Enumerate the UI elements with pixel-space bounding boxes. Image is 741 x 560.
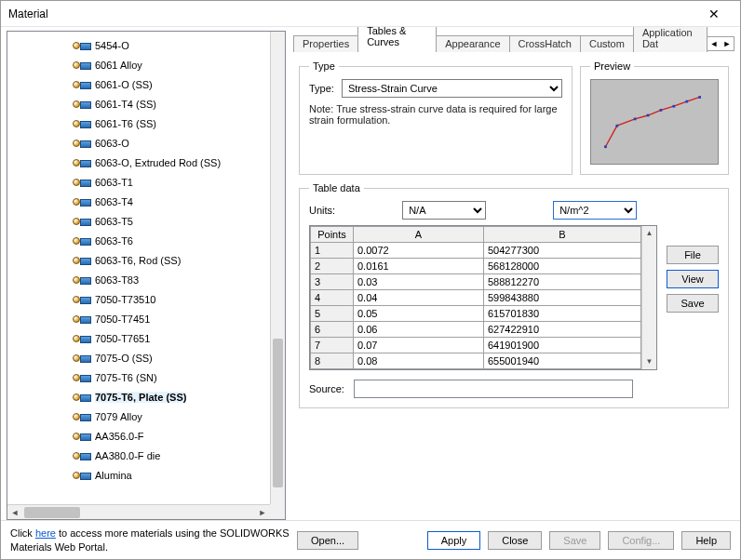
table-row[interactable]: 40.04599843880: [311, 290, 641, 306]
cell-a[interactable]: 0.0072: [354, 243, 484, 259]
tree-item[interactable]: 6063-T6: [9, 231, 283, 250]
units-a-select[interactable]: N/A: [402, 201, 486, 220]
window-title: Material: [8, 7, 695, 20]
open-button[interactable]: Open...: [297, 531, 358, 550]
cell-b[interactable]: 641901900: [484, 338, 641, 353]
table-row[interactable]: 70.07641901900: [311, 338, 641, 353]
table-row[interactable]: 80.08655001940: [311, 353, 641, 369]
cell-b[interactable]: 588812270: [484, 274, 641, 290]
save-button: Save: [549, 531, 600, 550]
file-button[interactable]: File: [667, 246, 719, 264]
svg-rect-2: [634, 118, 637, 121]
cell-a[interactable]: 0.08: [354, 353, 484, 369]
tab-properties[interactable]: Properties: [293, 35, 358, 52]
tab-nav-left-icon[interactable]: ◄: [707, 37, 721, 50]
web-portal-link[interactable]: here: [35, 527, 56, 539]
tab-application-dat[interactable]: Application Dat: [633, 27, 707, 52]
svg-rect-6: [685, 100, 688, 103]
material-tree[interactable]: 5454-O6061 Alloy6061-O (SS)6061-T4 (SS)6…: [7, 31, 286, 520]
tree-item[interactable]: 6061-O (SS): [9, 74, 283, 94]
tree-item[interactable]: 7075-T6 (SN): [9, 367, 283, 387]
tree-item[interactable]: 7050-T7451: [9, 309, 283, 328]
tree-item[interactable]: 6061 Alloy: [9, 55, 283, 74]
cell-a[interactable]: 0.0161: [354, 259, 484, 274]
table-row[interactable]: 30.03588812270: [311, 274, 641, 290]
tree-item[interactable]: Alumina: [9, 465, 283, 485]
col-points[interactable]: Points: [311, 227, 354, 243]
row-index: 6: [311, 322, 354, 338]
tree-item[interactable]: 6061-T6 (SS): [9, 113, 283, 133]
tree-item[interactable]: 6063-T83: [9, 270, 283, 289]
cell-a[interactable]: 0.03: [354, 274, 484, 290]
material-icon: [73, 411, 91, 422]
tab-nav-right-icon[interactable]: ►: [721, 37, 734, 50]
close-icon[interactable]: ✕: [695, 7, 733, 21]
col-a[interactable]: A: [354, 227, 484, 243]
svg-rect-3: [647, 114, 650, 117]
tree-item-label: 6063-T4: [95, 196, 133, 207]
scroll-up-icon[interactable]: ▲: [642, 226, 656, 241]
table-row[interactable]: 10.0072504277300: [311, 243, 641, 259]
svg-rect-5: [672, 105, 675, 108]
material-icon: [73, 470, 91, 481]
tree-item-label: 5454-O: [95, 40, 129, 51]
tree-item-label: 6063-T5: [95, 216, 133, 227]
tab-tables-curves[interactable]: Tables & Curves: [357, 27, 437, 51]
source-input[interactable]: [354, 380, 633, 398]
col-b[interactable]: B: [484, 227, 641, 243]
tree-item[interactable]: 7079 Alloy: [9, 407, 283, 426]
tree-item[interactable]: 6063-O, Extruded Rod (SS): [9, 153, 283, 172]
data-grid[interactable]: Points A B 10.007250427730020.0161568128…: [309, 225, 657, 370]
tree-item[interactable]: 7075-O (SS): [9, 348, 283, 367]
table-row[interactable]: 50.05615701830: [311, 306, 641, 322]
tree-item[interactable]: 6063-T1: [9, 172, 283, 192]
cell-a[interactable]: 0.06: [354, 322, 484, 338]
tree-item[interactable]: 7075-T6, Plate (SS): [9, 387, 283, 407]
tab-custom[interactable]: Custom: [580, 35, 634, 52]
units-b-select[interactable]: N/m^2: [553, 201, 637, 220]
tree-item-label: 6063-O: [95, 138, 129, 149]
tree-item[interactable]: 7050-T73510: [9, 289, 283, 309]
cell-b[interactable]: 655001940: [484, 353, 641, 369]
table-row[interactable]: 60.06627422910: [311, 322, 641, 338]
grid-scrollbar[interactable]: ▲ ▼: [641, 226, 656, 369]
tree-item[interactable]: AA356.0-F: [9, 426, 283, 446]
cell-a[interactable]: 0.05: [354, 306, 484, 322]
cell-b[interactable]: 627422910: [484, 322, 641, 338]
cell-b[interactable]: 568128000: [484, 259, 641, 274]
table-legend: Table data: [309, 182, 364, 193]
tree-horizontal-scrollbar[interactable]: ◄ ►: [7, 504, 270, 519]
tree-vertical-scrollbar[interactable]: [270, 32, 285, 504]
tree-item[interactable]: 5454-O: [9, 35, 283, 55]
apply-button[interactable]: Apply: [427, 531, 481, 550]
tree-item[interactable]: 6061-T4 (SS): [9, 94, 283, 113]
tree-item[interactable]: AA380.0-F die: [9, 446, 283, 465]
cell-b[interactable]: 599843880: [484, 290, 641, 306]
curve-type-select[interactable]: Stress-Strain Curve: [342, 79, 562, 98]
cell-a[interactable]: 0.07: [354, 338, 484, 353]
row-index: 2: [311, 259, 354, 274]
table-row[interactable]: 20.0161568128000: [311, 259, 641, 274]
tab-appearance[interactable]: Appearance: [436, 35, 509, 52]
cell-b[interactable]: 615701830: [484, 306, 641, 322]
scroll-down-icon[interactable]: ▼: [642, 354, 656, 369]
tab-crosshatch[interactable]: CrossHatch: [509, 35, 581, 52]
scroll-left-icon[interactable]: ◄: [7, 508, 22, 517]
tree-item[interactable]: 6063-O: [9, 133, 283, 153]
cell-b[interactable]: 504277300: [484, 243, 641, 259]
view-button[interactable]: View: [667, 270, 719, 288]
tree-item[interactable]: 7050-T7651: [9, 328, 283, 348]
close-button[interactable]: Close: [488, 531, 542, 550]
type-legend: Type: [309, 60, 339, 72]
tree-item-label: 6063-T6: [95, 235, 133, 247]
tree-item[interactable]: 6063-T4: [9, 192, 283, 211]
tree-item[interactable]: 6063-T6, Rod (SS): [9, 250, 283, 270]
scroll-right-icon[interactable]: ►: [255, 508, 270, 517]
material-dialog: Material ✕ 5454-O6061 Alloy6061-O (SS)60…: [0, 0, 741, 560]
save-curve-button[interactable]: Save: [667, 294, 719, 313]
titlebar[interactable]: Material ✕: [1, 1, 740, 27]
tree-item[interactable]: 6063-T5: [9, 211, 283, 231]
cell-a[interactable]: 0.04: [354, 290, 484, 306]
help-button[interactable]: Help: [681, 531, 731, 550]
type-note: Note: True stress-strain curve data is r…: [309, 103, 562, 126]
